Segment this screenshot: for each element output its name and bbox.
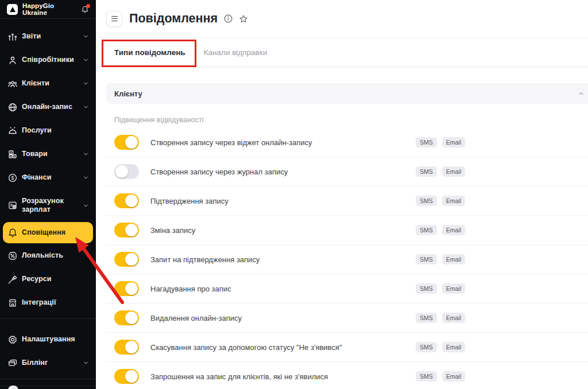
notification-row: Зміна запису SMSEmail [106, 216, 588, 245]
sidebar-item-label: Лояльність [22, 251, 63, 260]
email-badge[interactable]: Email [442, 166, 465, 177]
tab-message-types[interactable]: Типи повідомлень [106, 38, 194, 67]
sms-badge[interactable]: SMS [416, 196, 437, 207]
finance-icon: $ [7, 172, 18, 183]
toggle-switch[interactable] [114, 281, 139, 296]
sidebar-item-label: Онлайн-запис [22, 103, 72, 111]
sms-badge[interactable]: SMS [416, 342, 437, 353]
sidebar-item-integrations[interactable]: Інтеграції [0, 291, 96, 314]
row-label: Створення запису через віджет онлайн-зап… [150, 138, 312, 147]
sidebar-item-label: Звіти [22, 32, 41, 41]
notification-row: Видалення онлайн-запису SMSEmail [106, 304, 588, 333]
billing-icon [7, 357, 18, 368]
main-panel: Повідомлення Типи повідомлень Канали від… [96, 0, 588, 389]
sidebar-item-payroll[interactable]: Розрахунок зарплат [0, 189, 96, 221]
notifications-bell-icon[interactable] [81, 5, 89, 14]
notification-row: Скасування запису за допомогою статусу "… [106, 333, 588, 362]
sms-badge[interactable]: SMS [416, 313, 437, 324]
sidebar-item-label: Товари [22, 150, 48, 158]
sidebar-item-notifications[interactable]: Сповіщення [3, 222, 93, 243]
brand-name: HappyGio Ukraine [22, 2, 76, 16]
collapse-menu-button[interactable] [106, 11, 122, 27]
sidebar-item-online-booking[interactable]: Онлайн-запис [0, 95, 96, 119]
row-label: Запит на підтвердження запису [150, 255, 260, 264]
sidebar-item-label: Інтеграції [22, 298, 56, 307]
sidebar-item-resources[interactable]: Ресурси [0, 267, 96, 291]
sidebar-item-label: Налаштування [22, 335, 75, 344]
sidebar-item-finance[interactable]: $ Фінанси [0, 166, 96, 189]
toggle-switch[interactable] [114, 135, 139, 150]
svg-text:$: $ [11, 175, 14, 181]
email-badge[interactable]: Email [442, 196, 465, 207]
sidebar-item-billing[interactable]: Біллінг [0, 351, 96, 375]
sidebar-item-label: Біллінг [22, 359, 48, 367]
loyalty-icon [7, 250, 18, 261]
sms-badge[interactable]: SMS [416, 137, 437, 148]
sms-badge[interactable]: SMS [416, 283, 437, 294]
sidebar-item-label: Співробітники [22, 56, 74, 64]
chevron-down-icon [83, 151, 89, 157]
chevron-down-icon [83, 80, 89, 87]
sms-badge[interactable]: SMS [416, 166, 437, 177]
email-badge[interactable]: Email [442, 254, 465, 265]
sidebar-header: HappyGio Ukraine [0, 0, 96, 19]
sidebar-nav: Звіти Співробітники Клієнти Онлайн-запис… [0, 19, 96, 379]
favorite-star-icon[interactable] [239, 14, 248, 24]
toggle-switch[interactable] [114, 193, 139, 208]
section-client[interactable]: Клієнту [106, 83, 588, 104]
toggle-switch[interactable] [114, 164, 139, 179]
email-badge[interactable]: Email [442, 313, 465, 324]
app-logo [7, 4, 18, 15]
sidebar-item-settings[interactable]: Налаштування [0, 328, 96, 351]
online-booking-icon [7, 102, 18, 112]
notification-row: Створення запису через журнал запису SMS… [106, 157, 588, 186]
toggle-switch[interactable] [114, 252, 139, 267]
sms-badge[interactable]: SMS [416, 254, 437, 265]
email-badge[interactable]: Email [442, 137, 465, 148]
email-badge[interactable]: Email [442, 225, 465, 236]
email-badge[interactable]: Email [442, 371, 465, 382]
notification-row: Нагадування про запис SMSEmail [106, 274, 588, 304]
email-badge[interactable]: Email [442, 342, 465, 353]
chevron-up-icon [578, 90, 585, 97]
section-title: Клієнту [114, 90, 142, 98]
sms-badge[interactable]: SMS [416, 371, 437, 382]
notification-row: Підтвердження запису SMSEmail [106, 186, 588, 216]
toggle-switch[interactable] [114, 340, 139, 355]
reports-icon [7, 31, 18, 42]
notification-row: Запрошення на запис для клієнтів, які не… [106, 362, 588, 389]
chevron-down-icon [83, 174, 89, 181]
sidebar-item-services[interactable]: Послуги [0, 119, 96, 142]
info-icon[interactable] [223, 14, 233, 24]
sidebar-item-reports[interactable]: Звіти [0, 25, 96, 48]
page-header: Повідомлення [96, 0, 588, 38]
sidebar-item-clients[interactable]: Клієнти [0, 72, 96, 95]
sidebar-item-employees[interactable]: Співробітники [0, 48, 96, 72]
toggle-switch[interactable] [114, 223, 139, 238]
sidebar-item-loyalty[interactable]: Лояльність [0, 244, 96, 267]
page-title: Повідомлення [129, 11, 218, 26]
toggle-switch[interactable] [114, 310, 139, 325]
toggle-switch[interactable] [114, 369, 139, 384]
email-badge[interactable]: Email [442, 283, 465, 294]
tab-sending-channels[interactable]: Канали відправки [194, 38, 276, 67]
notifications-icon [7, 227, 18, 238]
sidebar-item-label: Фінанси [22, 173, 52, 182]
sidebar-item-label: Сповіщення [22, 228, 65, 237]
goods-icon [7, 149, 18, 160]
group-label: Підвищення відвідуваності [114, 116, 588, 124]
sidebar-item-goods[interactable]: Товари [0, 142, 96, 166]
sidebar-item-label: Клієнти [22, 79, 49, 88]
clients-icon [7, 78, 18, 89]
row-label: Підтвердження запису [150, 197, 229, 205]
notification-row: Запит на підтвердження запису SMSEmail [106, 245, 588, 274]
settings-gear-icon [7, 334, 18, 345]
notification-rows: Створення запису через віджет онлайн-зап… [106, 128, 588, 389]
resources-icon [7, 274, 18, 285]
sms-badge[interactable]: SMS [416, 225, 437, 236]
sidebar-divider [0, 318, 96, 319]
tab-label: Канали відправки [204, 48, 268, 57]
row-label: Нагадування про запис [150, 285, 231, 293]
sidebar-item-label: Послуги [22, 126, 52, 135]
tab-bar: Типи повідомлень Канали відправки [96, 38, 588, 67]
